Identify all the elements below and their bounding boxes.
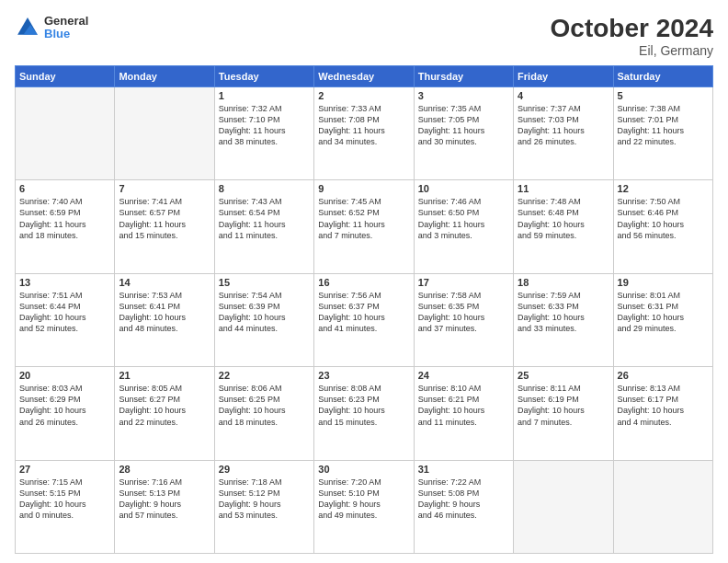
header: General Blue October 2024 Eil, Germany — [15, 15, 713, 58]
calendar-cell: 11Sunrise: 7:48 AMSunset: 6:48 PMDayligh… — [514, 180, 613, 273]
week-row-4: 20Sunrise: 8:03 AMSunset: 6:29 PMDayligh… — [16, 367, 713, 460]
day-number: 27 — [19, 464, 110, 475]
day-info: Sunrise: 7:58 AMSunset: 6:35 PMDaylight:… — [418, 290, 509, 335]
day-number: 15 — [219, 277, 310, 288]
calendar-cell: 27Sunrise: 7:15 AMSunset: 5:15 PMDayligh… — [16, 460, 115, 553]
subtitle: Eil, Germany — [551, 43, 713, 58]
day-info: Sunrise: 8:10 AMSunset: 6:21 PMDaylight:… — [418, 383, 509, 428]
day-number: 25 — [518, 370, 609, 381]
page: General Blue October 2024 Eil, Germany S… — [0, 0, 728, 563]
day-info: Sunrise: 7:15 AMSunset: 5:15 PMDaylight:… — [19, 477, 110, 522]
day-number: 16 — [318, 277, 409, 288]
day-info: Sunrise: 7:48 AMSunset: 6:48 PMDaylight:… — [518, 196, 609, 241]
day-info: Sunrise: 7:22 AMSunset: 5:08 PMDaylight:… — [418, 477, 509, 522]
week-row-1: 1Sunrise: 7:32 AMSunset: 7:10 PMDaylight… — [16, 86, 713, 179]
calendar-cell: 28Sunrise: 7:16 AMSunset: 5:13 PMDayligh… — [115, 460, 214, 553]
header-wednesday: Wednesday — [314, 65, 414, 86]
calendar-cell: 23Sunrise: 8:08 AMSunset: 6:23 PMDayligh… — [314, 367, 414, 460]
calendar-cell: 24Sunrise: 8:10 AMSunset: 6:21 PMDayligh… — [414, 367, 513, 460]
day-number: 22 — [219, 370, 310, 381]
title-area: October 2024 Eil, Germany — [551, 15, 713, 58]
calendar-cell: 14Sunrise: 7:53 AMSunset: 6:41 PMDayligh… — [115, 273, 214, 366]
calendar-cell: 8Sunrise: 7:43 AMSunset: 6:54 PMDaylight… — [214, 180, 313, 273]
logo-text: General Blue — [44, 15, 88, 41]
day-info: Sunrise: 7:50 AMSunset: 6:46 PMDaylight:… — [618, 196, 709, 241]
calendar-cell — [115, 86, 214, 179]
day-info: Sunrise: 8:05 AMSunset: 6:27 PMDaylight:… — [119, 383, 210, 428]
calendar-cell: 20Sunrise: 8:03 AMSunset: 6:29 PMDayligh… — [16, 367, 115, 460]
header-saturday: Saturday — [613, 65, 712, 86]
calendar-cell: 22Sunrise: 8:06 AMSunset: 6:25 PMDayligh… — [214, 367, 313, 460]
header-thursday: Thursday — [414, 65, 513, 86]
day-number: 3 — [418, 90, 509, 101]
day-info: Sunrise: 7:33 AMSunset: 7:08 PMDaylight:… — [318, 103, 409, 148]
calendar-cell: 13Sunrise: 7:51 AMSunset: 6:44 PMDayligh… — [16, 273, 115, 366]
day-info: Sunrise: 8:08 AMSunset: 6:23 PMDaylight:… — [318, 383, 409, 428]
day-info: Sunrise: 8:13 AMSunset: 6:17 PMDaylight:… — [618, 383, 709, 428]
calendar-cell: 1Sunrise: 7:32 AMSunset: 7:10 PMDaylight… — [214, 86, 313, 179]
calendar-cell: 16Sunrise: 7:56 AMSunset: 6:37 PMDayligh… — [314, 273, 414, 366]
day-info: Sunrise: 7:54 AMSunset: 6:39 PMDaylight:… — [219, 290, 310, 335]
header-sunday: Sunday — [16, 65, 115, 86]
day-number: 26 — [618, 370, 709, 381]
calendar-cell: 7Sunrise: 7:41 AMSunset: 6:57 PMDaylight… — [115, 180, 214, 273]
day-number: 21 — [119, 370, 210, 381]
calendar-cell: 4Sunrise: 7:37 AMSunset: 7:03 PMDaylight… — [514, 86, 613, 179]
day-info: Sunrise: 7:32 AMSunset: 7:10 PMDaylight:… — [219, 103, 310, 148]
day-info: Sunrise: 7:37 AMSunset: 7:03 PMDaylight:… — [518, 103, 609, 148]
calendar-cell: 10Sunrise: 7:46 AMSunset: 6:50 PMDayligh… — [414, 180, 513, 273]
week-row-2: 6Sunrise: 7:40 AMSunset: 6:59 PMDaylight… — [16, 180, 713, 273]
day-info: Sunrise: 7:38 AMSunset: 7:01 PMDaylight:… — [618, 103, 709, 148]
calendar-cell — [613, 460, 712, 553]
calendar-cell: 19Sunrise: 8:01 AMSunset: 6:31 PMDayligh… — [613, 273, 712, 366]
calendar-cell: 5Sunrise: 7:38 AMSunset: 7:01 PMDaylight… — [613, 86, 712, 179]
month-title: October 2024 — [551, 15, 713, 43]
logo-icon — [15, 15, 40, 40]
day-number: 7 — [119, 183, 210, 194]
day-number: 11 — [518, 183, 609, 194]
calendar-cell: 9Sunrise: 7:45 AMSunset: 6:52 PMDaylight… — [314, 180, 414, 273]
calendar-cell: 30Sunrise: 7:20 AMSunset: 5:10 PMDayligh… — [314, 460, 414, 553]
logo-line2: Blue — [44, 28, 88, 40]
day-info: Sunrise: 7:20 AMSunset: 5:10 PMDaylight:… — [318, 477, 409, 522]
calendar-cell: 31Sunrise: 7:22 AMSunset: 5:08 PMDayligh… — [414, 460, 513, 553]
calendar-cell — [16, 86, 115, 179]
calendar-cell: 18Sunrise: 7:59 AMSunset: 6:33 PMDayligh… — [514, 273, 613, 366]
day-info: Sunrise: 7:18 AMSunset: 5:12 PMDaylight:… — [219, 477, 310, 522]
day-number: 2 — [318, 90, 409, 101]
day-number: 9 — [318, 183, 409, 194]
day-number: 14 — [119, 277, 210, 288]
day-info: Sunrise: 7:45 AMSunset: 6:52 PMDaylight:… — [318, 196, 409, 241]
day-info: Sunrise: 7:56 AMSunset: 6:37 PMDaylight:… — [318, 290, 409, 335]
calendar-header-row: Sunday Monday Tuesday Wednesday Thursday… — [16, 65, 713, 86]
day-info: Sunrise: 7:51 AMSunset: 6:44 PMDaylight:… — [19, 290, 110, 335]
day-info: Sunrise: 7:53 AMSunset: 6:41 PMDaylight:… — [119, 290, 210, 335]
calendar-cell: 26Sunrise: 8:13 AMSunset: 6:17 PMDayligh… — [613, 367, 712, 460]
day-info: Sunrise: 8:06 AMSunset: 6:25 PMDaylight:… — [219, 383, 310, 428]
calendar-cell: 29Sunrise: 7:18 AMSunset: 5:12 PMDayligh… — [214, 460, 313, 553]
header-monday: Monday — [115, 65, 214, 86]
logo-line1: General — [44, 15, 88, 28]
day-number: 10 — [418, 183, 509, 194]
day-info: Sunrise: 8:03 AMSunset: 6:29 PMDaylight:… — [19, 383, 110, 428]
logo: General Blue — [15, 15, 88, 41]
day-info: Sunrise: 7:40 AMSunset: 6:59 PMDaylight:… — [19, 196, 110, 241]
day-info: Sunrise: 7:46 AMSunset: 6:50 PMDaylight:… — [418, 196, 509, 241]
day-number: 20 — [19, 370, 110, 381]
day-number: 23 — [318, 370, 409, 381]
calendar-cell: 3Sunrise: 7:35 AMSunset: 7:05 PMDaylight… — [414, 86, 513, 179]
day-number: 12 — [618, 183, 709, 194]
calendar-cell: 2Sunrise: 7:33 AMSunset: 7:08 PMDaylight… — [314, 86, 414, 179]
day-info: Sunrise: 7:41 AMSunset: 6:57 PMDaylight:… — [119, 196, 210, 241]
day-info: Sunrise: 7:59 AMSunset: 6:33 PMDaylight:… — [518, 290, 609, 335]
day-info: Sunrise: 8:01 AMSunset: 6:31 PMDaylight:… — [618, 290, 709, 335]
calendar-cell: 17Sunrise: 7:58 AMSunset: 6:35 PMDayligh… — [414, 273, 513, 366]
day-number: 24 — [418, 370, 509, 381]
calendar-cell: 25Sunrise: 8:11 AMSunset: 6:19 PMDayligh… — [514, 367, 613, 460]
day-number: 4 — [518, 90, 609, 101]
week-row-5: 27Sunrise: 7:15 AMSunset: 5:15 PMDayligh… — [16, 460, 713, 553]
header-tuesday: Tuesday — [214, 65, 313, 86]
header-friday: Friday — [514, 65, 613, 86]
day-number: 13 — [19, 277, 110, 288]
day-number: 19 — [618, 277, 709, 288]
